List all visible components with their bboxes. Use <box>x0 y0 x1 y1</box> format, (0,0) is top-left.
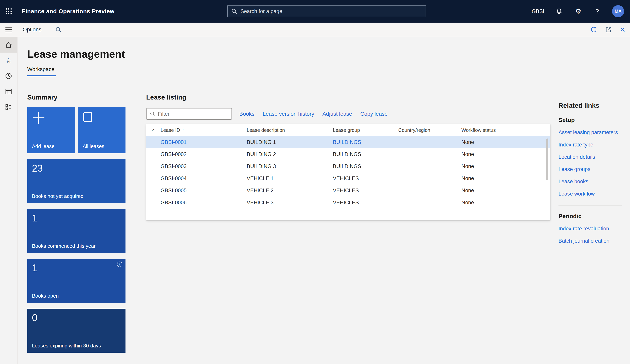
tile-label: Books not yet acquired <box>32 193 84 199</box>
global-search-box[interactable] <box>227 5 426 17</box>
related-link-index-rate-revaluation[interactable]: Index rate revaluation <box>558 226 626 232</box>
info-icon[interactable]: i <box>117 262 122 267</box>
column-header-lease-group[interactable]: Lease group <box>333 127 398 133</box>
refresh-button[interactable] <box>590 26 597 33</box>
cell-workflow-status: None <box>462 139 550 145</box>
lease-listing-heading: Lease listing <box>146 93 550 101</box>
tile-books-open[interactable]: i 1 Books open <box>27 259 126 303</box>
plus-icon <box>32 111 45 124</box>
sidebar-item-modules[interactable] <box>0 99 17 115</box>
column-header-country-region[interactable]: Country/region <box>398 127 462 133</box>
cell-workflow-status: None <box>462 151 550 157</box>
command-bar-right: × <box>590 26 630 33</box>
cell-workflow-status: None <box>462 163 550 169</box>
related-link-asset-leasing-parameters[interactable]: Asset leasing parameters <box>558 129 626 136</box>
action-books[interactable]: Books <box>239 111 254 117</box>
tile-label: Books open <box>32 293 59 299</box>
app-launcher-button[interactable] <box>0 8 18 14</box>
tile-leases-expiring-30-days[interactable]: 0 Leases expiring within 30 days <box>27 309 126 353</box>
table-row[interactable]: GBSI-0004 VEHICLE 1 VEHICLES None <box>146 172 550 184</box>
open-in-new-window-icon <box>606 26 612 33</box>
command-search-button[interactable] <box>56 27 62 32</box>
search-icon <box>150 111 155 116</box>
workspace-icon <box>5 88 12 95</box>
sidebar-item-recent[interactable] <box>0 68 17 84</box>
clock-icon <box>5 73 12 79</box>
listing-actions: Books Lease version history Adjust lease… <box>239 111 388 117</box>
table-row[interactable]: GBSI-0001 BUILDING 1 BUILDINGS None <box>146 136 550 148</box>
table-row[interactable]: GBSI-0003 BUILDING 3 BUILDINGS None <box>146 160 550 172</box>
column-label: Lease ID <box>160 127 180 133</box>
app-window: Finance and Operations Preview GBSI ⚙ ? … <box>0 0 630 364</box>
tile-all-leases[interactable]: All leases <box>78 107 126 153</box>
tile-count: 1 <box>32 213 121 224</box>
cell-lease-description: VEHICLE 2 <box>247 188 333 194</box>
table-row[interactable]: GBSI-0005 VEHICLE 2 VEHICLES None <box>146 184 550 197</box>
cell-lease-id[interactable]: GBSI-0004 <box>160 175 247 182</box>
tile-books-not-yet-acquired[interactable]: 23 Books not yet acquired <box>27 159 126 203</box>
notifications-button[interactable] <box>555 7 563 15</box>
cell-lease-group[interactable]: BUILDINGS <box>333 139 398 145</box>
setup-heading: Setup <box>558 117 626 123</box>
cell-lease-group: VEHICLES <box>333 175 398 182</box>
related-link-lease-books[interactable]: Lease books <box>558 179 626 185</box>
top-navbar: Finance and Operations Preview GBSI ⚙ ? … <box>0 0 630 22</box>
command-bar: Options × <box>0 22 630 37</box>
lease-listing-section: Lease listing Books Lease version histor… <box>146 93 550 220</box>
global-search-input[interactable] <box>240 8 422 14</box>
tile-label: Leases expiring within 30 days <box>32 343 101 349</box>
nav-pane-toggle-button[interactable] <box>0 27 18 32</box>
related-links-heading: Related links <box>558 102 626 109</box>
table-scrollbar-thumb[interactable] <box>546 138 548 180</box>
table-row[interactable]: GBSI-0006 VEHICLE 3 VEHICLES None <box>146 197 550 209</box>
column-header-lease-description[interactable]: Lease description <box>247 127 333 133</box>
sidebar-item-favorites[interactable]: ☆ <box>0 52 17 68</box>
related-link-index-rate-type[interactable]: Index rate type <box>558 142 626 148</box>
sidebar-item-home[interactable] <box>0 37 17 52</box>
settings-button[interactable]: ⚙ <box>574 7 582 15</box>
related-links-divider <box>558 205 622 205</box>
home-icon <box>5 41 12 48</box>
related-link-batch-journal-creation[interactable]: Batch journal creation <box>558 238 626 244</box>
cell-lease-id[interactable]: GBSI-0006 <box>160 200 247 206</box>
column-header-workflow-status[interactable]: Workflow status <box>462 127 550 133</box>
tab-workspace[interactable]: Workspace <box>27 66 56 76</box>
search-icon <box>232 8 237 14</box>
help-icon: ? <box>596 7 599 15</box>
filter-input[interactable] <box>158 111 228 117</box>
summary-section: Summary Add lease All lease <box>27 93 126 353</box>
column-header-lease-id[interactable]: Lease ID↑ <box>160 127 247 133</box>
search-icon <box>56 27 62 32</box>
options-menu-button[interactable]: Options <box>22 26 42 33</box>
table-row[interactable]: GBSI-0002 BUILDING 2 BUILDINGS None <box>146 148 550 160</box>
tile-add-lease[interactable]: Add lease <box>27 107 75 153</box>
cell-lease-description: BUILDING 3 <box>247 163 333 169</box>
sidebar-item-workspaces[interactable] <box>0 84 17 99</box>
open-in-new-window-button[interactable] <box>606 26 612 33</box>
related-link-lease-groups[interactable]: Lease groups <box>558 166 626 172</box>
table-header-row: ✓ Lease ID↑ Lease description Lease grou… <box>146 124 550 136</box>
cell-lease-description: VEHICLE 1 <box>247 175 333 182</box>
waffle-icon <box>6 8 12 14</box>
action-copy-lease[interactable]: Copy lease <box>360 111 388 117</box>
cell-lease-group: VEHICLES <box>333 200 398 206</box>
cell-lease-id[interactable]: GBSI-0001 <box>160 139 247 145</box>
cell-lease-id[interactable]: GBSI-0002 <box>160 151 247 157</box>
select-all-checkmark[interactable]: ✓ <box>146 127 160 133</box>
cell-lease-id[interactable]: GBSI-0005 <box>160 188 247 194</box>
help-button[interactable]: ? <box>593 7 602 15</box>
related-links-section: Related links Setup Asset leasing parame… <box>558 93 630 244</box>
related-link-lease-workflow[interactable]: Lease workflow <box>558 191 626 197</box>
tile-books-commenced-this-year[interactable]: 1 Books commenced this year <box>27 209 126 253</box>
modules-list-icon <box>5 104 12 110</box>
related-link-location-details[interactable]: Location details <box>558 154 626 160</box>
avatar[interactable]: MA <box>612 5 624 17</box>
action-adjust-lease[interactable]: Adjust lease <box>322 111 352 117</box>
action-lease-version-history[interactable]: Lease version history <box>263 111 314 117</box>
cell-lease-id[interactable]: GBSI-0003 <box>160 163 247 169</box>
filter-box[interactable] <box>146 108 232 120</box>
company-selector[interactable]: GBSI <box>532 8 544 14</box>
topbar-right-cluster: GBSI ⚙ ? MA <box>532 5 630 17</box>
close-button[interactable]: × <box>620 26 625 33</box>
lease-table: ✓ Lease ID↑ Lease description Lease grou… <box>146 124 550 220</box>
